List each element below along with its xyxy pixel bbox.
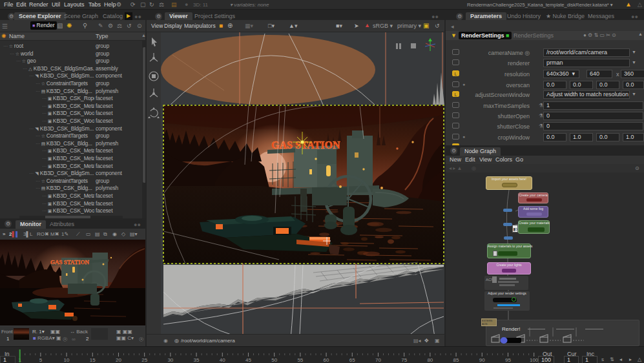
svg-text:65: 65 [349, 357, 355, 363]
svg-text:15: 15 [90, 357, 96, 363]
svg-text:80: 80 [427, 357, 433, 363]
svg-text:60: 60 [324, 357, 329, 363]
svg-text:70: 70 [375, 357, 381, 363]
svg-text:90: 90 [479, 357, 485, 363]
svg-text:75: 75 [401, 357, 407, 363]
svg-text:5: 5 [39, 357, 43, 363]
svg-text:85: 85 [453, 357, 459, 363]
svg-text:GAS STATION: GAS STATION [50, 259, 89, 265]
svg-text:35: 35 [194, 357, 200, 363]
svg-text:25: 25 [141, 357, 147, 363]
svg-text:55: 55 [297, 357, 303, 363]
svg-text:40: 40 [220, 357, 225, 363]
svg-text:30: 30 [167, 357, 173, 363]
svg-text:50: 50 [271, 357, 277, 363]
svg-text:GAS STATION: GAS STATION [271, 140, 340, 150]
svg-text:95: 95 [505, 357, 511, 363]
svg-text:100: 100 [530, 357, 538, 363]
svg-text:10: 10 [64, 357, 70, 363]
svg-text:45: 45 [245, 357, 251, 363]
svg-text:20: 20 [116, 357, 121, 363]
